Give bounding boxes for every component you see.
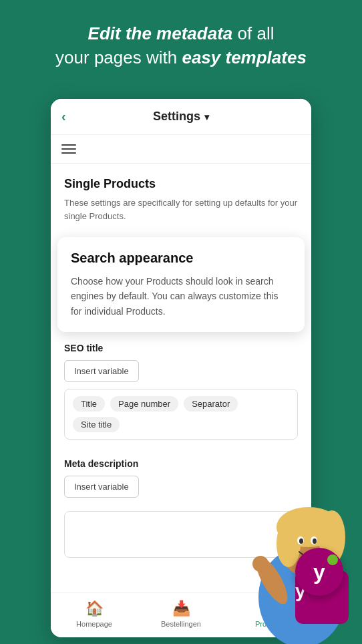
yoast-logo-badge: y (295, 548, 343, 596)
hamburger-menu-row (51, 135, 311, 164)
tag-page-number[interactable]: Page number (110, 396, 178, 412)
tag-separator[interactable]: Separator (184, 396, 238, 412)
svg-rect-11 (257, 557, 262, 571)
svg-point-8 (313, 538, 317, 544)
homepage-icon: 🏠 (85, 600, 104, 617)
search-appearance-title: Search appearance (71, 251, 291, 266)
settings-title-text: Settings (153, 110, 200, 124)
single-products-section: Single Products These settings are speci… (51, 164, 311, 226)
settings-dropdown-arrow[interactable]: ▾ (204, 112, 209, 122)
hero-line2: your pages with easy templates (16, 45, 346, 69)
seo-title-tags-container: Title Page number Separator Site title (64, 389, 298, 440)
hero-line1-rest: of all (238, 23, 275, 43)
svg-point-7 (299, 538, 303, 544)
hero-emphasis-2: easy templates (182, 47, 306, 67)
search-appearance-description: Choose how your Products should look in … (71, 274, 291, 319)
hamburger-line-2 (61, 148, 76, 150)
hero-emphasis-1: Edit the metadata (88, 23, 233, 43)
hero-section: Edit the metadata of all your pages with… (0, 0, 362, 86)
tag-title[interactable]: Title (73, 396, 105, 412)
settings-header: ‹ Settings ▾ (51, 99, 311, 135)
search-appearance-card: Search appearance Choose how your Produc… (57, 237, 305, 332)
seo-title-insert-variable-button[interactable]: Insert variable (64, 360, 139, 382)
homepage-label: Homepage (76, 620, 112, 628)
seo-title-section: SEO title Insert variable Title Page num… (51, 343, 311, 458)
bestellingen-icon: 📥 (172, 600, 190, 617)
hamburger-line-3 (61, 152, 76, 154)
hamburger-line-1 (61, 144, 76, 146)
hamburger-icon[interactable] (61, 144, 76, 154)
bestellingen-label: Bestellingen (161, 620, 201, 628)
settings-title: Settings ▾ (153, 110, 209, 124)
single-products-title: Single Products (64, 177, 298, 191)
tag-site-title[interactable]: Site title (73, 417, 120, 432)
svg-point-3 (277, 520, 301, 567)
hero-line2-normal: your pages with (55, 47, 182, 67)
seo-title-label: SEO title (64, 343, 298, 353)
hero-line1: Edit the metadata of all (16, 21, 346, 45)
nav-item-bestellingen[interactable]: 📥 Bestellingen (158, 600, 204, 628)
character-illustration: y (235, 457, 362, 644)
meta-description-insert-variable-button[interactable]: Insert variable (64, 476, 139, 498)
nav-item-homepage[interactable]: 🏠 Homepage (71, 600, 118, 628)
back-button[interactable]: ‹ (61, 109, 66, 124)
yoast-green-dot (327, 554, 338, 565)
yoast-y-letter: y (313, 560, 325, 585)
single-products-description: These settings are specifically for sett… (64, 196, 298, 222)
